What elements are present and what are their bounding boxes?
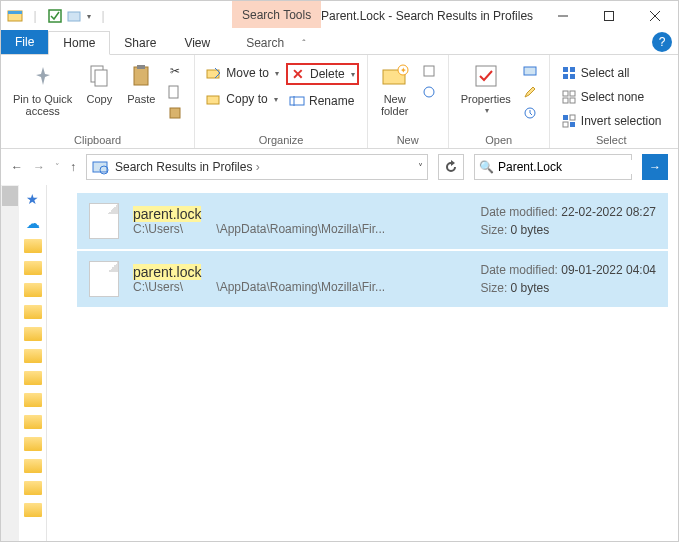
move-to-button[interactable]: Move to▾ (203, 63, 282, 83)
address-text: Search Results in Profiles › (115, 160, 412, 174)
copy-button[interactable]: Copy (80, 59, 118, 107)
search-go-button[interactable]: → (642, 154, 668, 180)
tree-scrollbar[interactable] (1, 185, 19, 541)
svg-rect-13 (170, 108, 180, 118)
invert-selection-button[interactable]: Invert selection (558, 111, 665, 131)
search-box[interactable]: 🔍 × (474, 154, 632, 180)
select-all-label: Select all (581, 66, 630, 80)
tree-folder-icon[interactable] (24, 283, 42, 297)
ribbon-collapse-icon[interactable]: ˆ (302, 39, 305, 54)
close-button[interactable] (632, 1, 678, 31)
svg-rect-16 (290, 97, 304, 105)
copy-path-button[interactable] (164, 82, 186, 102)
result-filename: parent.lock (133, 206, 467, 222)
tab-file[interactable]: File (1, 30, 48, 54)
explorer-icon (7, 8, 23, 24)
rename-label: Rename (309, 94, 354, 108)
edit-button[interactable] (519, 82, 541, 102)
tree-folder-icon[interactable] (24, 481, 42, 495)
new-item-button[interactable] (418, 61, 440, 81)
group-new-label: New (397, 131, 419, 148)
navigation-pane: ★ ☁ (1, 185, 47, 541)
new-item-icon (421, 63, 437, 79)
svg-rect-32 (563, 98, 568, 103)
svg-rect-5 (605, 12, 614, 21)
search-icon: 🔍 (479, 160, 494, 174)
result-path: C:\Users\ \AppData\Roaming\Mozilla\Fir..… (133, 222, 453, 236)
new-folder-icon: ✦ (380, 61, 410, 91)
svg-rect-35 (570, 115, 575, 120)
pin-to-quick-access-button[interactable]: Pin to Quick access (9, 59, 76, 119)
result-metadata: Date modified: 09-01-2022 04:04 Size: 0 … (481, 261, 656, 297)
tree-folder-icon[interactable] (24, 349, 42, 363)
address-dropdown-icon[interactable]: ˅ (418, 162, 423, 173)
tree-folder-icon[interactable] (24, 393, 42, 407)
help-icon[interactable]: ? (652, 32, 672, 52)
tab-view[interactable]: View (170, 32, 224, 54)
delete-button[interactable]: ✕ Delete▾ (286, 63, 359, 85)
tree-folder-icon[interactable] (24, 371, 42, 385)
svg-point-22 (424, 87, 434, 97)
tab-search[interactable]: Search (232, 32, 298, 54)
recent-locations-button[interactable]: ˅ (55, 162, 60, 172)
tree-folder-icon[interactable] (24, 327, 42, 341)
tree-folder-icon[interactable] (24, 437, 42, 451)
search-input[interactable] (498, 160, 648, 174)
ribbon: Pin to Quick access Copy Paste ✂ Clipboa… (1, 55, 678, 149)
tree-folder-icon[interactable] (24, 239, 42, 253)
onedrive-icon[interactable]: ☁ (26, 215, 40, 231)
address-bar[interactable]: Search Results in Profiles › ˅ (86, 154, 428, 180)
properties-button[interactable]: Properties ▾ (457, 59, 515, 118)
paste-shortcut-button[interactable] (164, 103, 186, 123)
select-all-button[interactable]: Select all (558, 63, 665, 83)
svg-rect-34 (563, 115, 568, 120)
file-icon (89, 261, 119, 297)
properties-quick-icon[interactable] (47, 8, 63, 24)
result-item[interactable]: parent.lock C:\Users\ \AppData\Roaming\M… (77, 251, 668, 307)
select-none-icon (561, 89, 577, 105)
minimize-button[interactable] (540, 1, 586, 31)
paste-label: Paste (127, 93, 155, 105)
result-item[interactable]: parent.lock C:\Users\ \AppData\Roaming\M… (77, 193, 668, 249)
svg-rect-14 (207, 70, 219, 78)
open-button[interactable] (519, 61, 541, 81)
scissors-icon: ✂ (167, 63, 183, 79)
cut-button[interactable]: ✂ (164, 61, 186, 81)
group-open-label: Open (485, 131, 512, 148)
forward-button[interactable]: → (33, 160, 45, 174)
tab-share[interactable]: Share (110, 32, 170, 54)
search-tools-contextual-tab[interactable]: Search Tools (232, 1, 321, 28)
easy-access-button[interactable] (418, 82, 440, 102)
back-button[interactable]: ← (11, 160, 23, 174)
copy-to-button[interactable]: Copy to▾ (203, 89, 282, 109)
copy-label: Copy (86, 93, 112, 105)
tree-folder-icon[interactable] (24, 305, 42, 319)
svg-rect-36 (563, 122, 568, 127)
tab-home[interactable]: Home (48, 31, 110, 55)
paste-icon (126, 61, 156, 91)
refresh-button[interactable] (438, 154, 464, 180)
rename-button[interactable]: Rename (286, 91, 359, 111)
navigation-bar: ← → ˅ ↑ Search Results in Profiles › ˅ 🔍… (1, 149, 678, 185)
move-to-label: Move to (226, 66, 269, 80)
paste-button[interactable]: Paste (122, 59, 160, 107)
group-open: Properties ▾ Open (449, 55, 550, 148)
svg-rect-3 (68, 12, 80, 21)
maximize-button[interactable] (586, 1, 632, 31)
tree-folder-icon[interactable] (24, 459, 42, 473)
quick-access-icon[interactable]: ★ (26, 191, 39, 207)
new-folder-button[interactable]: ✦ New folder (376, 59, 414, 119)
tree-folder-icon[interactable] (24, 415, 42, 429)
scrollbar-thumb[interactable] (2, 186, 18, 206)
up-button[interactable]: ↑ (70, 160, 76, 174)
delete-label: Delete (310, 67, 345, 81)
tree-folder-icon[interactable] (24, 503, 42, 517)
history-button[interactable] (519, 103, 541, 123)
select-none-button[interactable]: Select none (558, 87, 665, 107)
qat-customize-icon[interactable]: ▾ (87, 12, 91, 21)
tree-folder-icon[interactable] (24, 261, 42, 275)
new-folder-quick-icon[interactable] (67, 8, 83, 24)
file-icon (89, 203, 119, 239)
window-controls (540, 1, 678, 31)
easy-access-icon (421, 84, 437, 100)
